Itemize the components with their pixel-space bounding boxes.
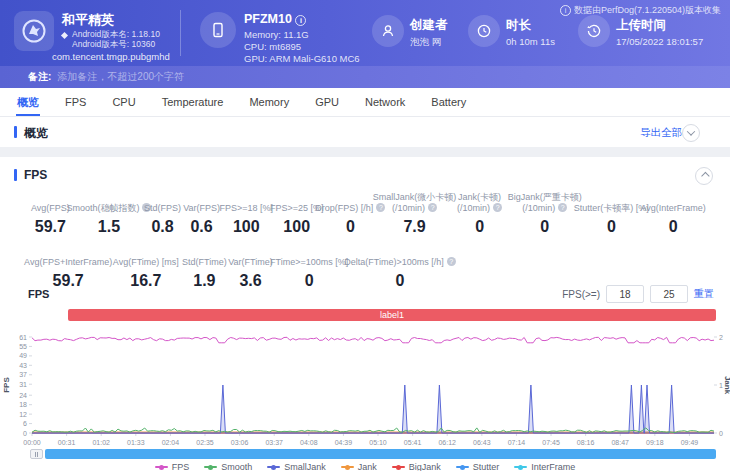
- svg-text:08:16: 08:16: [577, 439, 595, 446]
- tab-temperature[interactable]: Temperature: [149, 88, 237, 116]
- app-name: 和平精英: [62, 11, 114, 29]
- device-gpu: GPU: ARM Mali-G610 MC6: [244, 53, 360, 64]
- legend-label: Jank: [358, 462, 377, 471]
- legend-smalljank[interactable]: SmallJank: [267, 462, 326, 471]
- chart-label-banner[interactable]: label1: [68, 309, 716, 321]
- chevron-up-icon: [701, 172, 709, 180]
- device-memory: Memory: 11.1G: [244, 29, 309, 40]
- stat-var-fps-: Var(FPS)0.6: [182, 191, 221, 236]
- creator-label: 创建者: [410, 17, 448, 34]
- fps-threshold-max-input[interactable]: [650, 285, 688, 303]
- stat-var-ftime-: Var(FTime)3.6: [227, 245, 273, 290]
- stat-avg-fps-interframe-: Avg(FPS+InterFrame)59.7: [26, 245, 110, 290]
- stat-std-ftime-: Std(FTime)1.9: [181, 245, 227, 290]
- stat-fps-25-: FPS>=25 [%]100: [272, 191, 322, 236]
- upload-label: 上传时间: [616, 17, 666, 34]
- device-icon: [200, 12, 236, 48]
- tabbar: 概览FPSCPUTemperatureMemoryGPUNetworkBatte…: [0, 88, 730, 117]
- svg-text:FPS: FPS: [2, 377, 11, 393]
- svg-text:37: 37: [19, 371, 27, 378]
- stat-label: Var(FPS): [183, 191, 220, 213]
- legend-label: FPS: [172, 462, 190, 471]
- svg-text:31: 31: [19, 381, 27, 388]
- legend-stutter[interactable]: Stutter: [456, 462, 500, 471]
- stat-label: Std(FPS): [144, 191, 181, 213]
- legend-bigjank[interactable]: BigJank: [392, 462, 441, 471]
- legend-smooth[interactable]: Smooth: [204, 462, 252, 471]
- info-icon[interactable]: ?: [447, 257, 456, 266]
- scrollbar-track[interactable]: [45, 449, 716, 459]
- stat-fps-18-: FPS>=18 [%]100: [221, 191, 271, 236]
- svg-text:2: 2: [719, 334, 723, 341]
- overview-collapse-button[interactable]: [682, 124, 700, 142]
- stat-value: 0: [607, 218, 616, 236]
- svg-text:01:33: 01:33: [127, 439, 145, 446]
- section-accent-bar: [14, 126, 17, 138]
- fps-stats-row1: Avg(FPS)59.7Smooth(稳帧指数)?1.5Std(FPS)0.8V…: [0, 191, 730, 236]
- svg-text:43: 43: [19, 362, 27, 369]
- legend-jank[interactable]: Jank: [341, 462, 377, 471]
- stat-value: 0: [669, 218, 678, 236]
- collector-note: i 数据由PerfDog(7.1.220504)版本收集: [560, 4, 721, 17]
- overview-title: 概览: [24, 125, 48, 142]
- fps-threshold-min-input[interactable]: [606, 285, 644, 303]
- stat-label: Avg(FPS): [31, 191, 70, 213]
- stat-value: 100: [233, 218, 260, 236]
- scrollbar-handle[interactable]: [30, 449, 43, 459]
- stat-label: Avg(FPS+InterFrame): [24, 245, 112, 267]
- stat-label: Stutter(卡顿率) [%]: [574, 191, 649, 213]
- legend-marker-icon: [392, 466, 405, 468]
- device-cpu: CPU: mt6895: [244, 41, 301, 52]
- svg-text:06:43: 06:43: [473, 439, 491, 446]
- stat-value: 0: [475, 218, 484, 236]
- fps-section-header: FPS: [0, 163, 730, 187]
- stat-value: 0: [346, 218, 355, 236]
- svg-text:00:31: 00:31: [58, 439, 76, 446]
- section-accent-bar: [14, 169, 17, 181]
- svg-text:00:00: 00:00: [23, 439, 41, 446]
- info-icon: i: [560, 5, 571, 16]
- legend-label: SmallJank: [284, 462, 326, 471]
- svg-text:0: 0: [719, 430, 723, 437]
- tab-概览[interactable]: 概览: [4, 88, 52, 116]
- stat-label: Jank(卡顿)(/10min)?: [457, 191, 502, 213]
- tab-fps[interactable]: FPS: [52, 88, 99, 116]
- legend-label: InterFrame: [531, 462, 575, 471]
- upload-value: 17/05/2022 18:01:57: [616, 36, 703, 47]
- tab-memory[interactable]: Memory: [236, 88, 302, 116]
- svg-text:07:14: 07:14: [508, 439, 526, 446]
- note-bar[interactable]: 备注: 添加备注，不超过200个字符: [0, 66, 730, 88]
- chart-header: FPS FPS(>=) 重置: [0, 285, 730, 305]
- info-icon[interactable]: ?: [493, 203, 502, 212]
- stat-value: 7.9: [403, 218, 425, 236]
- svg-text:09:18: 09:18: [646, 439, 664, 446]
- svg-text:03:37: 03:37: [265, 439, 283, 446]
- upload-time-icon: [578, 15, 610, 47]
- section-gap: [0, 147, 730, 157]
- svg-text:05:10: 05:10: [369, 439, 387, 446]
- info-icon[interactable]: ?: [428, 203, 437, 212]
- svg-text:0: 0: [23, 430, 27, 437]
- export-all-link[interactable]: 导出全部: [640, 126, 682, 140]
- legend-fps[interactable]: FPS: [155, 462, 190, 471]
- stat-value: 59.7: [35, 218, 66, 236]
- tab-battery[interactable]: Battery: [418, 88, 479, 116]
- device-info-icon[interactable]: i: [295, 15, 306, 26]
- legend-marker-icon: [514, 466, 527, 468]
- tab-cpu[interactable]: CPU: [99, 88, 148, 116]
- fps-collapse-button[interactable]: [695, 167, 713, 185]
- tab-gpu[interactable]: GPU: [302, 88, 352, 116]
- tab-network[interactable]: Network: [352, 88, 418, 116]
- info-icon[interactable]: ?: [558, 203, 567, 212]
- header-divider: [180, 10, 181, 56]
- legend-interframe[interactable]: InterFrame: [514, 462, 575, 471]
- svg-text:12: 12: [19, 411, 27, 418]
- duration-clock-icon: [468, 15, 500, 47]
- reset-link[interactable]: 重置: [694, 287, 714, 301]
- stat-label: BigJank(严重卡顿)(/10min)?: [508, 191, 582, 213]
- chart-scrollbar: [0, 449, 730, 459]
- stat-ftime-100ms-: FTime>=100ms [%]0: [274, 245, 345, 290]
- creator-icon: [372, 15, 404, 47]
- app-version-name: Android版本名: 1.18.10: [72, 29, 160, 39]
- svg-text:04:08: 04:08: [300, 439, 318, 446]
